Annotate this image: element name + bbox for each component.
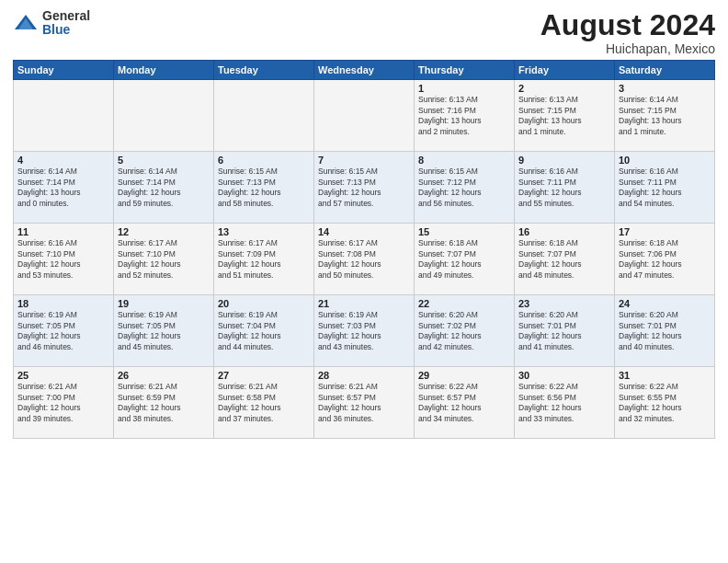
day-number: 24 — [619, 298, 711, 309]
cell-info: Sunrise: 6:15 AM Sunset: 7:13 PM Dayligh… — [218, 167, 310, 209]
cell-info: Sunrise: 6:21 AM Sunset: 6:58 PM Dayligh… — [218, 382, 310, 424]
weekday-header-thursday: Thursday — [415, 61, 515, 80]
day-number: 22 — [418, 298, 510, 309]
day-number: 30 — [518, 370, 610, 381]
cell-info: Sunrise: 6:21 AM Sunset: 7:00 PM Dayligh… — [17, 382, 109, 424]
cell-info: Sunrise: 6:22 AM Sunset: 6:57 PM Dayligh… — [418, 382, 510, 424]
day-number: 5 — [118, 155, 210, 166]
weekday-header-saturday: Saturday — [615, 61, 715, 80]
day-number: 1 — [418, 83, 510, 94]
day-number: 23 — [518, 298, 610, 309]
day-number: 29 — [418, 370, 510, 381]
calendar-cell: 1Sunrise: 6:13 AM Sunset: 7:16 PM Daylig… — [415, 80, 515, 152]
day-number: 17 — [619, 226, 711, 237]
cell-info: Sunrise: 6:17 AM Sunset: 7:08 PM Dayligh… — [318, 238, 410, 281]
calendar-week-row: 25Sunrise: 6:21 AM Sunset: 7:00 PM Dayli… — [14, 367, 715, 439]
calendar-cell: 7Sunrise: 6:15 AM Sunset: 7:13 PM Daylig… — [314, 152, 415, 224]
cell-info: Sunrise: 6:19 AM Sunset: 7:03 PM Dayligh… — [318, 310, 410, 352]
cell-info: Sunrise: 6:15 AM Sunset: 7:12 PM Dayligh… — [418, 167, 510, 209]
calendar-cell: 8Sunrise: 6:15 AM Sunset: 7:12 PM Daylig… — [415, 152, 515, 224]
day-number: 9 — [518, 155, 610, 166]
day-number: 25 — [17, 370, 109, 381]
location: Huichapan, Mexico — [540, 41, 715, 56]
calendar-cell: 11Sunrise: 6:16 AM Sunset: 7:10 PM Dayli… — [14, 224, 114, 295]
calendar-cell: 28Sunrise: 6:21 AM Sunset: 6:57 PM Dayli… — [314, 367, 415, 439]
logo-blue-label: Blue — [42, 23, 90, 37]
calendar-cell: 10Sunrise: 6:16 AM Sunset: 7:11 PM Dayli… — [615, 152, 715, 224]
cell-info: Sunrise: 6:21 AM Sunset: 6:57 PM Dayligh… — [318, 382, 410, 424]
weekday-header-friday: Friday — [515, 61, 615, 80]
cell-info: Sunrise: 6:22 AM Sunset: 6:55 PM Dayligh… — [619, 382, 711, 424]
title-block: August 2024 Huichapan, Mexico — [540, 9, 715, 56]
calendar-cell — [114, 80, 214, 152]
cell-info: Sunrise: 6:19 AM Sunset: 7:05 PM Dayligh… — [118, 310, 210, 352]
cell-info: Sunrise: 6:14 AM Sunset: 7:15 PM Dayligh… — [619, 95, 711, 137]
cell-info: Sunrise: 6:19 AM Sunset: 7:04 PM Dayligh… — [218, 310, 310, 352]
calendar-cell: 14Sunrise: 6:17 AM Sunset: 7:08 PM Dayli… — [314, 224, 415, 295]
month-title: August 2024 — [540, 9, 715, 41]
calendar-cell: 16Sunrise: 6:18 AM Sunset: 7:07 PM Dayli… — [515, 224, 615, 295]
weekday-header-row: SundayMondayTuesdayWednesdayThursdayFrid… — [14, 61, 715, 80]
calendar-cell: 20Sunrise: 6:19 AM Sunset: 7:04 PM Dayli… — [214, 295, 314, 367]
calendar-week-row: 11Sunrise: 6:16 AM Sunset: 7:10 PM Dayli… — [14, 224, 715, 295]
cell-info: Sunrise: 6:18 AM Sunset: 7:07 PM Dayligh… — [518, 238, 610, 281]
cell-info: Sunrise: 6:17 AM Sunset: 7:09 PM Dayligh… — [218, 238, 310, 281]
calendar-cell: 19Sunrise: 6:19 AM Sunset: 7:05 PM Dayli… — [114, 295, 214, 367]
day-number: 4 — [17, 155, 109, 166]
day-number: 10 — [619, 155, 711, 166]
calendar-cell: 13Sunrise: 6:17 AM Sunset: 7:09 PM Dayli… — [214, 224, 314, 295]
cell-info: Sunrise: 6:19 AM Sunset: 7:05 PM Dayligh… — [17, 310, 109, 352]
cell-info: Sunrise: 6:14 AM Sunset: 7:14 PM Dayligh… — [118, 167, 210, 209]
cell-info: Sunrise: 6:20 AM Sunset: 7:02 PM Dayligh… — [418, 310, 510, 352]
calendar-cell: 17Sunrise: 6:18 AM Sunset: 7:06 PM Dayli… — [615, 224, 715, 295]
calendar-cell: 23Sunrise: 6:20 AM Sunset: 7:01 PM Dayli… — [515, 295, 615, 367]
day-number: 13 — [218, 226, 310, 237]
cell-info: Sunrise: 6:13 AM Sunset: 7:15 PM Dayligh… — [518, 95, 610, 137]
day-number: 8 — [418, 155, 510, 166]
day-number: 15 — [418, 226, 510, 237]
logo-icon — [13, 13, 39, 33]
day-number: 19 — [118, 298, 210, 309]
cell-info: Sunrise: 6:16 AM Sunset: 7:11 PM Dayligh… — [518, 167, 610, 209]
cell-info: Sunrise: 6:18 AM Sunset: 7:06 PM Dayligh… — [619, 238, 711, 281]
calendar-cell: 21Sunrise: 6:19 AM Sunset: 7:03 PM Dayli… — [314, 295, 415, 367]
cell-info: Sunrise: 6:20 AM Sunset: 7:01 PM Dayligh… — [518, 310, 610, 352]
calendar-cell: 2Sunrise: 6:13 AM Sunset: 7:15 PM Daylig… — [515, 80, 615, 152]
calendar-cell: 22Sunrise: 6:20 AM Sunset: 7:02 PM Dayli… — [415, 295, 515, 367]
calendar-table: SundayMondayTuesdayWednesdayThursdayFrid… — [13, 60, 715, 439]
calendar-cell — [14, 80, 114, 152]
cell-info: Sunrise: 6:14 AM Sunset: 7:14 PM Dayligh… — [17, 167, 109, 209]
calendar-cell: 29Sunrise: 6:22 AM Sunset: 6:57 PM Dayli… — [415, 367, 515, 439]
calendar-cell: 3Sunrise: 6:14 AM Sunset: 7:15 PM Daylig… — [615, 80, 715, 152]
day-number: 11 — [17, 226, 109, 237]
logo-text: General Blue — [42, 9, 90, 38]
calendar-week-row: 1Sunrise: 6:13 AM Sunset: 7:16 PM Daylig… — [14, 80, 715, 152]
calendar-cell: 9Sunrise: 6:16 AM Sunset: 7:11 PM Daylig… — [515, 152, 615, 224]
header: General Blue August 2024 Huichapan, Mexi… — [13, 9, 715, 56]
day-number: 18 — [17, 298, 109, 309]
weekday-header-wednesday: Wednesday — [314, 61, 415, 80]
calendar-cell — [314, 80, 415, 152]
cell-info: Sunrise: 6:20 AM Sunset: 7:01 PM Dayligh… — [619, 310, 711, 352]
cell-info: Sunrise: 6:18 AM Sunset: 7:07 PM Dayligh… — [418, 238, 510, 281]
day-number: 3 — [619, 83, 711, 94]
weekday-header-monday: Monday — [114, 61, 214, 80]
calendar-cell: 15Sunrise: 6:18 AM Sunset: 7:07 PM Dayli… — [415, 224, 515, 295]
day-number: 31 — [619, 370, 711, 381]
day-number: 26 — [118, 370, 210, 381]
weekday-header-tuesday: Tuesday — [214, 61, 314, 80]
day-number: 2 — [518, 83, 610, 94]
cell-info: Sunrise: 6:21 AM Sunset: 6:59 PM Dayligh… — [118, 382, 210, 424]
calendar-cell: 30Sunrise: 6:22 AM Sunset: 6:56 PM Dayli… — [515, 367, 615, 439]
calendar-cell: 4Sunrise: 6:14 AM Sunset: 7:14 PM Daylig… — [14, 152, 114, 224]
day-number: 28 — [318, 370, 410, 381]
day-number: 16 — [518, 226, 610, 237]
calendar-cell: 27Sunrise: 6:21 AM Sunset: 6:58 PM Dayli… — [214, 367, 314, 439]
calendar-cell: 31Sunrise: 6:22 AM Sunset: 6:55 PM Dayli… — [615, 367, 715, 439]
day-number: 27 — [218, 370, 310, 381]
day-number: 6 — [218, 155, 310, 166]
page-container: General Blue August 2024 Huichapan, Mexi… — [0, 0, 728, 448]
calendar-week-row: 4Sunrise: 6:14 AM Sunset: 7:14 PM Daylig… — [14, 152, 715, 224]
day-number: 21 — [318, 298, 410, 309]
cell-info: Sunrise: 6:16 AM Sunset: 7:11 PM Dayligh… — [619, 167, 711, 209]
